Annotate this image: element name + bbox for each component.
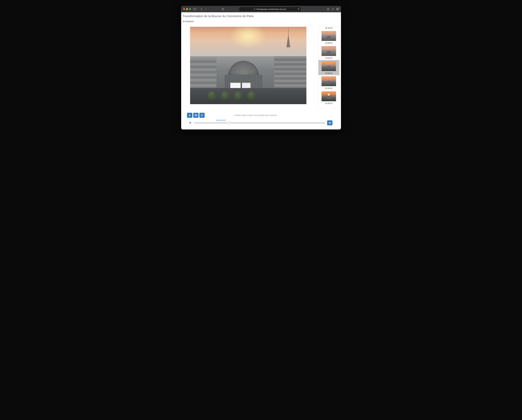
thumbnail-image [322,31,336,41]
close-window-button[interactable] [183,8,185,10]
thumbnail-image [322,91,336,101]
camera-name: St Eustache [183,20,339,22]
thumbnail-item[interactable]: 19:15:02 [318,27,339,30]
tabs-overview-button[interactable] [336,8,339,10]
privacy-shield-icon[interactable] [222,8,224,10]
svg-rect-9 [195,114,197,116]
thumbnail-item[interactable]: 19:00:02 [318,45,339,60]
thumbnail-image [322,46,336,56]
back-button[interactable] [200,7,203,11]
browser-window: Timelapsego.com/interface-de-suivi Trans… [181,6,341,129]
page-content: Transformation de la Bourse du Commerce … [181,12,341,129]
timeline-date-label: 18/10/2017 [216,119,226,121]
thumbnail-time: 19:05:02 [321,42,337,44]
share-button[interactable] [327,8,330,10]
svg-rect-18 [202,115,202,116]
address-bar[interactable]: Timelapsego.com/interface-de-suivi [239,7,301,11]
zoom-hint: Passer votre curseur sur la photo pour z… [206,114,335,116]
calendar-button[interactable] [327,120,332,125]
download-button[interactable] [187,113,192,118]
play-button[interactable] [189,122,192,124]
svg-rect-0 [193,8,196,10]
svg-rect-7 [337,9,338,10]
thumbnail-image [322,61,336,71]
thumbnail-item[interactable]: 19:05:02 [318,30,339,45]
lock-icon [254,8,255,10]
forward-button[interactable] [204,7,208,11]
timeline-slider[interactable] [194,122,325,124]
thumbnail-time: 18:45:02 [321,102,337,105]
thumbnail-image [322,76,336,86]
page-title: Transformation de la Bourse du Commerce … [183,14,339,18]
minimize-window-button[interactable] [186,8,188,10]
browser-chrome: Timelapsego.com/interface-de-suivi [181,6,341,12]
reload-button[interactable] [298,8,300,10]
video-button[interactable] [193,113,199,118]
info-button[interactable] [199,113,205,118]
thumbnail-time: 18:50:02 [321,87,337,89]
thumbnail-item[interactable]: 18:45:02 [318,90,339,105]
svg-rect-8 [189,116,190,116]
thumbnail-item-selected[interactable]: 18:55:02 [318,60,339,75]
thumbnail-time: 18:55:02 [321,72,337,74]
traffic-lights [183,8,191,10]
url-text: Timelapsego.com/interface-de-suivi [256,8,286,10]
main-photo[interactable] [190,27,307,104]
sidebar-toggle-button[interactable] [193,7,197,11]
svg-point-17 [202,115,202,115]
eiffel-tower-silhouette [286,28,290,47]
thumbnail-item[interactable]: 18:50:02 [318,75,339,90]
thumbnail-list[interactable]: 19:15:02 19:05:02 19:00:02 18:55:02 18:5… [318,27,339,109]
thumbnail-time: 19:15:02 [321,27,337,29]
main-viewer [183,27,315,109]
new-tab-button[interactable] [332,8,334,10]
maximize-window-button[interactable] [189,8,191,10]
svg-rect-3 [254,9,255,10]
thumbnail-time: 19:00:02 [321,57,337,59]
svg-rect-6 [337,8,339,9]
